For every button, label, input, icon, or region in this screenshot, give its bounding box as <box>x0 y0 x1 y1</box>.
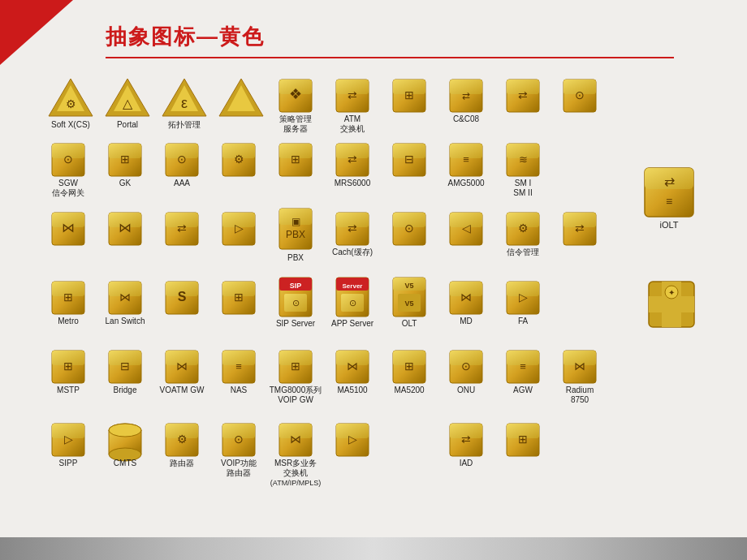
svg-text:▷: ▷ <box>519 291 528 304</box>
svg-text:⇄: ⇄ <box>664 174 675 188</box>
icon-amg5000: ≡ AMG5000 <box>447 144 484 187</box>
svg-text:PBX: PBX <box>286 229 305 240</box>
icon-olt: V5 V5 OLT <box>393 278 425 328</box>
icon-onu: ⊙ ONU <box>450 351 482 394</box>
bottom-bar <box>0 537 747 560</box>
icon-mrs6000: ⇄ MRS6000 <box>335 144 371 187</box>
svg-text:VOATM GW: VOATM GW <box>160 386 205 394</box>
svg-text:MSR多业务: MSR多业务 <box>274 459 317 467</box>
svg-text:⊙: ⊙ <box>404 222 414 235</box>
icon-r3c: ⇄ <box>166 213 198 245</box>
icon-voatm: ⋈ VOATM GW <box>160 351 205 394</box>
svg-text:Radium: Radium <box>566 386 594 394</box>
svg-text:FA: FA <box>518 317 529 325</box>
svg-text:⊞: ⊞ <box>63 291 73 304</box>
svg-text:APP Server: APP Server <box>331 319 374 328</box>
icon-deco-right: ✦ <box>649 282 694 327</box>
svg-text:Server: Server <box>343 282 363 290</box>
icon-r3g: ⊙ <box>393 213 425 245</box>
icon-sm: ≋ SM I SM II <box>507 144 539 197</box>
svg-text:Bridge: Bridge <box>114 386 137 394</box>
icon-celve: ❖ 策略管理 服务器 <box>279 80 312 133</box>
svg-text:⊙: ⊙ <box>292 298 300 308</box>
svg-text:≡: ≡ <box>463 153 469 166</box>
icon-r3b: ⋈ <box>109 213 141 245</box>
svg-text:⋈: ⋈ <box>460 291 472 304</box>
svg-text:策略管理: 策略管理 <box>279 114 312 123</box>
svg-text:NAS: NAS <box>231 386 248 394</box>
svg-text:⚙: ⚙ <box>177 433 188 446</box>
svg-text:⋈: ⋈ <box>119 291 131 304</box>
icon-triangle4 <box>219 79 263 116</box>
icon-sipp: ▷ SIPP <box>52 424 84 467</box>
icon-msr: ⋈ MSR多业务 交换机 (ATM/IP/MPLS) <box>270 424 321 487</box>
svg-text:C&C08: C&C08 <box>453 114 480 123</box>
svg-text:MD: MD <box>460 317 473 325</box>
icon-ma5100: ⋈ MA5100 <box>336 351 369 394</box>
icon-r1f: ⊞ <box>393 80 425 112</box>
svg-text:VOIP功能: VOIP功能 <box>221 459 257 467</box>
icon-r2e: ⊞ <box>279 144 312 176</box>
svg-text:TMG8000系列: TMG8000系列 <box>270 386 322 394</box>
icon-r3h: ◁ <box>450 213 482 245</box>
icon-r3a: ⋈ <box>52 213 84 245</box>
icon-iolt-right: ⇄ ≡ iOLT <box>645 168 693 230</box>
svg-text:⊟: ⊟ <box>120 360 130 373</box>
svg-text:SIP Server: SIP Server <box>276 319 316 328</box>
icon-tuopu: ε 拓扑管理 <box>162 79 206 129</box>
icon-canvas: ⚙ Soft X(CS) △ Portal ε 拓扑管理 ❖ <box>41 69 743 537</box>
svg-text:VOIP GW: VOIP GW <box>278 395 313 404</box>
svg-point-197 <box>109 424 141 437</box>
svg-text:⊙: ⊙ <box>461 360 471 373</box>
svg-text:PBX: PBX <box>287 253 304 262</box>
icon-r1i: ⊙ <box>563 80 596 112</box>
icon-soft-x: ⚙ Soft X(CS) <box>49 79 93 129</box>
svg-text:Lan Switch: Lan Switch <box>106 317 145 325</box>
svg-text:S: S <box>178 290 187 304</box>
icon-portal: △ Portal <box>106 79 149 129</box>
svg-text:MA5200: MA5200 <box>394 386 425 394</box>
svg-text:SM I: SM I <box>515 179 532 187</box>
icon-nas: ≡ NAS <box>222 351 255 394</box>
svg-text:⇄: ⇄ <box>177 222 187 235</box>
svg-text:MA5100: MA5100 <box>337 386 368 394</box>
title-underline <box>106 57 674 58</box>
icon-r4c: S <box>166 282 198 314</box>
svg-text:⇄: ⇄ <box>575 222 585 235</box>
svg-text:⊙: ⊙ <box>177 153 187 166</box>
svg-text:8750: 8750 <box>571 395 589 404</box>
svg-text:⋈: ⋈ <box>574 360 585 373</box>
icon-r6h: ⊞ <box>507 424 539 456</box>
svg-text:交换机: 交换机 <box>283 468 308 477</box>
icon-r4d: ⊞ <box>222 282 255 314</box>
svg-text:⇄: ⇄ <box>462 90 470 101</box>
svg-text:SM II: SM II <box>513 188 532 197</box>
svg-text:SIPP: SIPP <box>59 459 78 467</box>
svg-text:⊞: ⊞ <box>404 360 414 373</box>
icon-cache: ⇄ Cach(缓存) <box>332 213 373 256</box>
svg-text:⊞: ⊞ <box>63 360 73 373</box>
icon-ma5200: ⊞ MA5200 <box>393 351 425 394</box>
icon-cc08: ⇄ C&C08 <box>450 80 482 123</box>
icon-lanswitch: ⋈ Lan Switch <box>106 282 145 325</box>
svg-text:拓扑管理: 拓扑管理 <box>167 120 201 129</box>
svg-text:MRS6000: MRS6000 <box>335 179 371 187</box>
svg-text:(ATM/IP/MPLS): (ATM/IP/MPLS) <box>270 479 321 487</box>
icon-sip: SIP ⊙ SIP Server <box>276 278 316 328</box>
svg-text:ATM: ATM <box>344 114 361 123</box>
svg-text:Soft X(CS): Soft X(CS) <box>51 120 90 129</box>
svg-text:CMTS: CMTS <box>114 459 137 467</box>
svg-text:SGW: SGW <box>58 179 78 187</box>
icon-metro: ⊞ Metro <box>52 282 84 325</box>
icon-r3j: ⇄ <box>563 213 596 245</box>
svg-text:⋈: ⋈ <box>290 433 301 446</box>
svg-text:⊞: ⊞ <box>291 153 300 166</box>
icon-voip: ⊙ VOIP功能 路由器 <box>221 424 257 477</box>
svg-text:服务器: 服务器 <box>283 124 308 133</box>
svg-text:⋈: ⋈ <box>119 221 132 235</box>
icon-mstp: ⊞ MSTP <box>52 351 84 394</box>
svg-text:⇄: ⇄ <box>348 153 357 166</box>
svg-text:⚙: ⚙ <box>234 153 244 166</box>
svg-text:⊙: ⊙ <box>575 88 585 101</box>
svg-text:⊙: ⊙ <box>234 433 244 446</box>
